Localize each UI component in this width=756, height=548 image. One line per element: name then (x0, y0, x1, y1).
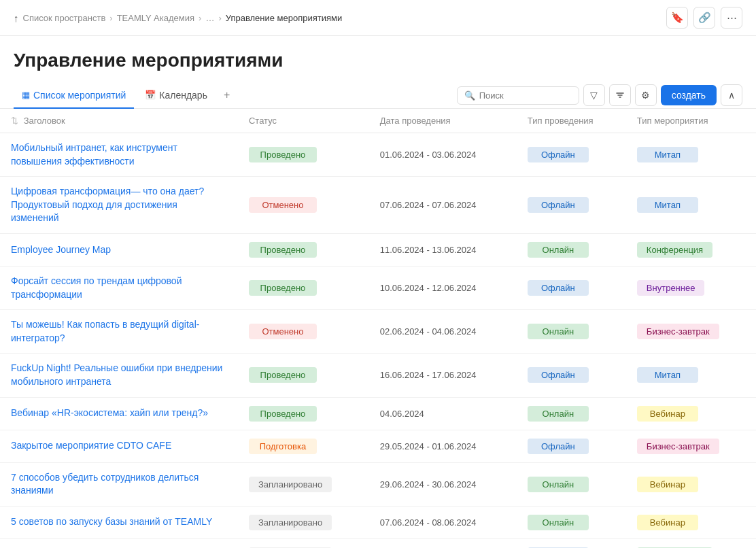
cell-status-10: Запланировано (238, 538, 369, 548)
settings-button[interactable]: ⚙ (635, 84, 657, 106)
tab-list[interactable]: ▦ Список мероприятий (14, 83, 134, 109)
tab-list-label: Список мероприятий (33, 90, 126, 101)
cell-etype-7: Бизнес-завтрак (626, 430, 756, 462)
col-event-type: Тип мероприятия (626, 109, 756, 133)
cell-date-3: 10.06.2024 - 12.06.2024 (369, 266, 517, 309)
cell-status-1: Отменено (238, 177, 369, 234)
breadcrumb-spaces[interactable]: Список пространств (23, 13, 106, 23)
bookmark-button[interactable]: 🔖 (666, 7, 688, 29)
conduct-badge-0: Офлайн (528, 147, 589, 162)
page-title: Управление мероприятиями (14, 50, 742, 71)
up-arrow-icon[interactable]: ↑ (14, 12, 19, 24)
cell-title-10[interactable]: IT Conf (0, 538, 238, 548)
tabs-left: ▦ Список мероприятий 📅 Календарь + (14, 82, 235, 108)
filter-button[interactable]: ▽ (583, 84, 605, 106)
conduct-badge-7: Офлайн (528, 439, 589, 454)
search-icon: 🔍 (464, 90, 475, 101)
cell-status-2: Проведено (238, 233, 369, 266)
cell-date-10: 19.06.2024 - 21.06.2024 (369, 538, 517, 548)
tabs-right: 🔍 ▽ ⚙ создать ∧ (457, 84, 742, 106)
breadcrumb-sep2: › (199, 13, 201, 23)
col-conduct-type: Тип проведения (517, 109, 626, 133)
cell-date-5: 16.06.2024 - 17.06.2024 (369, 354, 517, 397)
cell-etype-5: Митап (626, 354, 756, 397)
conduct-badge-1: Офлайн (528, 197, 589, 213)
cell-title-5[interactable]: FuckUp Night! Реальные ошибки при внедре… (0, 354, 238, 397)
cell-date-2: 11.06.2024 - 13.06.2024 (369, 233, 517, 266)
etype-badge-1: Митап (637, 197, 698, 213)
cell-etype-6: Вебинар (626, 397, 756, 430)
status-badge-2: Проведено (249, 242, 317, 258)
page-header: Управление мероприятиями (0, 36, 756, 71)
cell-date-1: 07.06.2024 - 07.06.2024 (369, 177, 517, 234)
status-badge-9: Запланировано (249, 515, 332, 530)
cell-etype-1: Митап (626, 177, 756, 234)
breadcrumb-teamly[interactable]: TEAMLY Академия (117, 13, 194, 23)
table-row: Employee Journey Map Проведено 11.06.202… (0, 233, 756, 266)
etype-badge-0: Митап (637, 147, 698, 162)
tab-list-icon: ▦ (22, 90, 30, 100)
collapse-button[interactable]: ∧ (721, 84, 742, 106)
cell-conduct-0: Офлайн (517, 133, 626, 177)
cell-status-4: Отменено (238, 310, 369, 354)
etype-badge-8: Вебинар (637, 477, 698, 492)
conduct-badge-2: Онлайн (528, 242, 589, 258)
conduct-badge-5: Офлайн (528, 367, 589, 383)
table-row: Мобильный интранет, как инструмент повыш… (0, 133, 756, 177)
cell-conduct-8: Онлайн (517, 462, 626, 506)
breadcrumb: ↑ Список пространств › TEAMLY Академия ›… (14, 12, 342, 24)
cell-conduct-3: Офлайн (517, 266, 626, 309)
cell-title-6[interactable]: Вебинар «HR-экосистема: хайп или тренд?» (0, 397, 238, 430)
tab-calendar[interactable]: 📅 Календарь (137, 83, 216, 109)
add-tab-button[interactable]: + (218, 82, 235, 108)
etype-badge-5: Митап (637, 367, 698, 383)
etype-badge-3: Внутреннее (637, 280, 705, 296)
cell-etype-3: Внутреннее (626, 266, 756, 309)
more-button[interactable]: ⋯ (721, 7, 742, 29)
sort-icon: ⇅ (11, 116, 18, 126)
conduct-badge-8: Онлайн (528, 477, 589, 492)
status-badge-7: Подготовка (249, 439, 317, 454)
breadcrumb-ellipsis[interactable]: … (205, 13, 214, 23)
top-action-buttons: 🔖 🔗 ⋯ (666, 7, 742, 29)
cell-date-7: 29.05.2024 - 01.06.2024 (369, 430, 517, 462)
sort-button[interactable] (609, 84, 631, 106)
table-row: Цифровая трансформация— что она дает? Пр… (0, 177, 756, 234)
search-input[interactable] (479, 90, 572, 101)
cell-title-1[interactable]: Цифровая трансформация— что она дает? Пр… (0, 177, 238, 234)
cell-date-9: 07.06.2024 - 08.06.2024 (369, 506, 517, 538)
cell-title-9[interactable]: 5 советов по запуску базы знаний от TEAM… (0, 506, 238, 538)
etype-badge-4: Бизнес-завтрак (637, 324, 719, 339)
cell-date-4: 02.06.2024 - 04.06.2024 (369, 310, 517, 354)
cell-title-2[interactable]: Employee Journey Map (0, 233, 238, 266)
table-row: IT Conf Запланировано 19.06.2024 - 21.06… (0, 538, 756, 548)
cell-date-8: 29.06.2024 - 30.06.2024 (369, 462, 517, 506)
status-badge-8: Запланировано (249, 477, 332, 492)
etype-badge-7: Бизнес-завтрак (637, 439, 719, 454)
col-title[interactable]: ⇅ Заголовок (0, 109, 238, 133)
cell-status-8: Запланировано (238, 462, 369, 506)
cell-title-3[interactable]: Форсайт сессия по трендам цифровой транс… (0, 266, 238, 309)
cell-title-4[interactable]: Ты можешь! Как попасть в ведущий digital… (0, 310, 238, 354)
conduct-badge-6: Онлайн (528, 406, 589, 422)
cell-date-6: 04.06.2024 (369, 397, 517, 430)
cell-title-7[interactable]: Закрытое мероприятие CDTO CAFE (0, 430, 238, 462)
table-row: Ты можешь! Как попасть в ведущий digital… (0, 310, 756, 354)
col-date: Дата проведения (369, 109, 517, 133)
cell-status-0: Проведено (238, 133, 369, 177)
link-button[interactable]: 🔗 (693, 7, 715, 29)
cell-status-5: Проведено (238, 354, 369, 397)
status-badge-5: Проведено (249, 367, 317, 383)
table-row: 5 советов по запуску базы знаний от TEAM… (0, 506, 756, 538)
status-badge-0: Проведено (249, 147, 317, 162)
cell-title-0[interactable]: Мобильный интранет, как инструмент повыш… (0, 133, 238, 177)
cell-etype-4: Бизнес-завтрак (626, 310, 756, 354)
cell-title-8[interactable]: 7 способов убедить сотрудников делиться … (0, 462, 238, 506)
tabs-bar: ▦ Список мероприятий 📅 Календарь + 🔍 ▽ ⚙… (0, 82, 756, 109)
create-button[interactable]: создать (661, 85, 717, 105)
cell-conduct-4: Онлайн (517, 310, 626, 354)
cell-conduct-1: Офлайн (517, 177, 626, 234)
etype-badge-6: Вебинар (637, 406, 698, 422)
top-bar: ↑ Список пространств › TEAMLY Академия ›… (0, 0, 756, 36)
cell-conduct-10: Офлайн (517, 538, 626, 548)
